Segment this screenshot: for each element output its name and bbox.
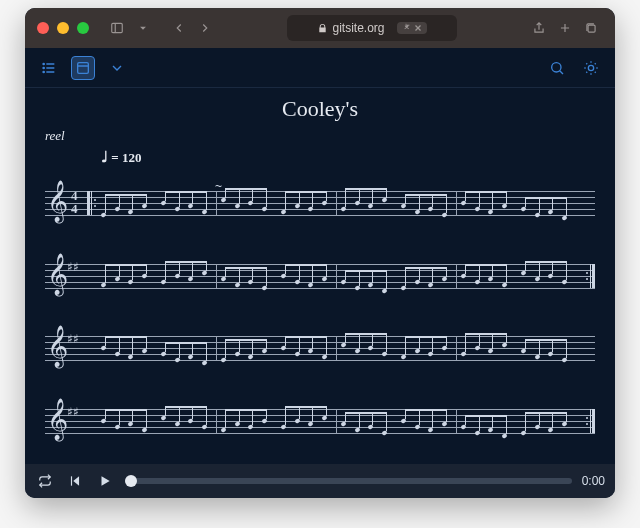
loop-button[interactable] [35,471,55,491]
window-controls [37,22,89,34]
page-view-button[interactable] [71,56,95,80]
notes-row [99,324,587,372]
repeat-end [589,409,595,433]
svg-line-21 [595,71,596,72]
svg-line-16 [560,70,563,73]
tab-dropdown-button[interactable] [131,16,155,40]
zoom-window-button[interactable] [77,22,89,34]
browser-window: gitsite.org [25,8,615,498]
translate-icon [401,23,411,33]
sidebar-toggle-button[interactable] [105,16,129,40]
playback-bar: 0:00 [25,464,615,498]
progress-knob[interactable] [125,475,137,487]
tabs-overview-button[interactable] [579,16,603,40]
progress-slider[interactable] [125,478,572,484]
key-signature: ♯♯ [67,332,79,346]
repeat-start [87,191,93,215]
nav-forward-button[interactable] [193,16,217,40]
score-subtitle: reel [45,128,595,144]
notes-row [99,179,587,227]
svg-point-10 [43,63,44,64]
address-bar[interactable]: gitsite.org [287,15,457,41]
notes-row [99,252,587,300]
prev-track-button[interactable] [65,471,85,491]
browser-titlebar: gitsite.org [25,8,615,48]
svg-line-24 [586,71,587,72]
nav-back-button[interactable] [167,16,191,40]
repeat-end [589,264,595,288]
staff-row: 𝄞44~ [45,179,595,229]
close-icon [413,23,423,33]
new-tab-button[interactable] [553,16,577,40]
svg-marker-26 [73,476,79,485]
treble-clef-icon: 𝄞 [47,254,68,294]
list-view-button[interactable] [37,56,61,80]
svg-point-17 [588,65,593,70]
address-bar-host: gitsite.org [332,21,384,35]
time-signature: 44 [71,189,78,215]
svg-rect-0 [112,23,123,32]
app-toolbar [25,48,615,88]
key-signature: ♯♯ [67,260,79,274]
minimize-window-button[interactable] [57,22,69,34]
treble-clef-icon: 𝄞 [47,326,68,366]
svg-point-11 [43,67,44,68]
tempo-bpm: 120 [122,150,142,165]
svg-marker-28 [102,476,110,485]
lock-icon [317,23,328,34]
key-signature: ♯♯ [67,405,79,419]
notes-row [99,397,587,445]
svg-rect-6 [588,25,595,32]
svg-line-20 [586,63,587,64]
svg-point-15 [552,62,561,71]
close-window-button[interactable] [37,22,49,34]
svg-point-12 [43,71,44,72]
tempo-marking: ♩ = 120 [101,148,595,166]
tempo-note-symbol: ♩ [101,149,108,165]
treble-clef-icon: 𝄞 [47,399,68,439]
share-button[interactable] [527,16,551,40]
staves-container: 𝄞44~𝄞♯♯𝄞♯♯𝄞♯♯ [45,168,595,460]
sheet-music-area: Cooley's reel ♩ = 120 𝄞44~𝄞♯♯𝄞♯♯𝄞♯♯ [25,88,615,464]
play-button[interactable] [95,471,115,491]
theme-toggle-button[interactable] [579,56,603,80]
svg-line-25 [595,63,596,64]
reader-badge[interactable] [397,22,427,34]
staff-row: 𝄞♯♯ [45,324,595,374]
svg-rect-27 [71,476,72,485]
expand-menu-button[interactable] [105,56,129,80]
staff-row: 𝄞♯♯ [45,252,595,302]
staff-row: 𝄞♯♯ [45,397,595,447]
treble-clef-icon: 𝄞 [47,181,68,221]
search-button[interactable] [545,56,569,80]
playback-time: 0:00 [582,474,605,488]
score-title: Cooley's [45,96,595,122]
svg-rect-13 [78,62,89,73]
